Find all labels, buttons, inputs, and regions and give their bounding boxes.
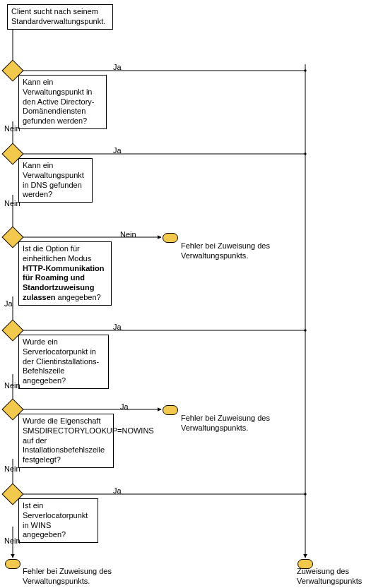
edge-q1-yes: Ja xyxy=(113,63,122,73)
edge-q5-yes: Ja xyxy=(120,402,129,412)
decision-q3-text-c: angegeben? xyxy=(55,293,100,301)
edge-q4-no: Nein xyxy=(4,381,20,391)
svg-point-13 xyxy=(305,493,306,495)
edge-q2-no: Nein xyxy=(4,199,20,209)
decision-q5: Wurde die Eigenschaft SMSDIRECTORYLOOKUP… xyxy=(18,414,114,468)
decision-q3: Ist die Option für einheitlichen Modus H… xyxy=(18,241,112,306)
decision-q4: Wurde ein Serverlocatorpunkt in der Clie… xyxy=(18,335,109,389)
svg-point-12 xyxy=(305,330,306,331)
decision-q1: Kann ein Verwaltungspunkt in den Active … xyxy=(18,75,107,129)
terminator-success: Zuweisung des Verwaltungspunkts erfolgre… xyxy=(297,567,370,588)
edge-q6-no: Nein xyxy=(4,536,20,546)
svg-point-11 xyxy=(305,153,306,155)
edge-q1-no: Nein xyxy=(4,124,20,134)
edge-q3-no: Nein xyxy=(120,230,136,240)
decision-q3-text-a: Ist die Option für einheitlichen Modus xyxy=(23,244,91,263)
terminator-fail5-icon xyxy=(163,405,178,415)
edge-q3-yes: Ja xyxy=(4,299,13,309)
terminator-fail-end-icon xyxy=(5,559,20,569)
terminator-fail5: Fehler bei Zuweisung des Verwaltungspunk… xyxy=(181,414,273,433)
svg-point-10 xyxy=(305,70,306,71)
decision-q6: Ist ein Serverlocatorpunkt in WINS angeg… xyxy=(18,498,98,543)
edge-q4-yes: Ja xyxy=(113,323,122,332)
start-node: Client sucht nach seinem Standardverwalt… xyxy=(7,4,113,30)
terminator-fail-end: Fehler bei Zuweisung des Verwaltungspunk… xyxy=(23,567,114,587)
edge-q2-yes: Ja xyxy=(113,146,122,156)
terminator-fail3: Fehler bei Zuweisung des Verwaltungspunk… xyxy=(181,241,273,261)
terminator-fail3-icon xyxy=(163,233,178,243)
decision-q2: Kann ein Verwaltungspunkt in DNS gefunde… xyxy=(18,158,93,203)
edge-q5-no: Nein xyxy=(4,464,20,474)
edge-q6-yes: Ja xyxy=(113,486,122,496)
